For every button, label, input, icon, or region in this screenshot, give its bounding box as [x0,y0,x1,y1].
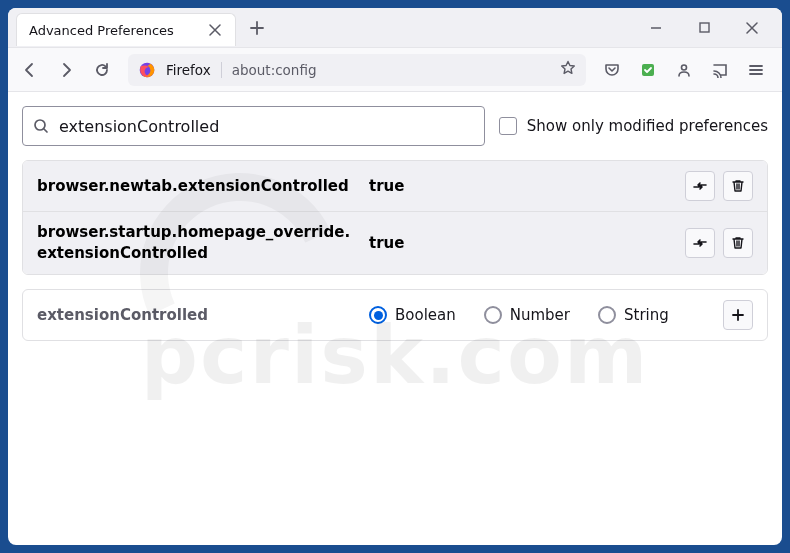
show-only-modified-label: Show only modified preferences [527,117,768,135]
radio-label: String [624,306,669,324]
pocket-icon[interactable] [596,54,628,86]
cast-icon[interactable] [704,54,736,86]
radio-label: Number [510,306,570,324]
type-radio-boolean[interactable]: Boolean [369,306,456,324]
new-preference-row: extensionControlled Boolean Number Strin… [22,289,768,341]
search-value: extensionControlled [59,117,219,136]
show-only-modified-checkbox[interactable]: Show only modified preferences [499,117,768,135]
minimize-button[interactable] [634,12,678,44]
bookmark-star-icon[interactable] [560,60,576,80]
toggle-button[interactable] [685,171,715,201]
url-text: about:config [232,62,317,78]
pref-value: true [369,177,673,195]
svg-rect-0 [700,23,709,32]
firefox-logo-icon [138,61,156,79]
radio-icon [484,306,502,324]
window-controls [634,12,774,44]
radio-label: Boolean [395,306,456,324]
pref-value: true [369,234,673,252]
maximize-button[interactable] [682,12,726,44]
pref-row[interactable]: browser.newtab.extensionControlled true [23,161,767,211]
add-preference-button[interactable] [723,300,753,330]
account-icon[interactable] [668,54,700,86]
browser-tab[interactable]: Advanced Preferences [16,13,236,46]
pref-row: extensionControlled Boolean Number Strin… [23,290,767,340]
pref-row[interactable]: browser.startup.homepage_override.extens… [23,212,767,274]
forward-button[interactable] [50,54,82,86]
svg-point-3 [682,65,687,70]
pref-name: browser.startup.homepage_override.extens… [37,222,357,264]
radio-icon [598,306,616,324]
back-button[interactable] [14,54,46,86]
type-radio-string[interactable]: String [598,306,669,324]
url-bar[interactable]: Firefox about:config [128,54,586,86]
radio-icon [369,306,387,324]
checkbox-icon [499,117,517,135]
new-tab-button[interactable] [242,13,272,43]
about-config-search-input[interactable]: extensionControlled [22,106,485,146]
delete-button[interactable] [723,228,753,258]
new-pref-name: extensionControlled [37,305,357,326]
type-radio-number[interactable]: Number [484,306,570,324]
extension-icon[interactable] [632,54,664,86]
titlebar: Advanced Preferences [8,8,782,48]
reload-button[interactable] [86,54,118,86]
app-menu-button[interactable] [740,54,772,86]
navigation-toolbar: Firefox about:config [8,48,782,92]
close-window-button[interactable] [730,12,774,44]
delete-button[interactable] [723,171,753,201]
about-config-content: pcrisk.com extensionControlled Show only… [8,92,782,545]
search-icon [33,118,49,134]
toggle-button[interactable] [685,228,715,258]
url-identity-label: Firefox [166,62,222,78]
preferences-table: browser.newtab.extensionControlled true … [22,160,768,275]
tab-title: Advanced Preferences [29,23,174,38]
close-tab-icon[interactable] [207,22,223,38]
pref-name: browser.newtab.extensionControlled [37,176,357,197]
